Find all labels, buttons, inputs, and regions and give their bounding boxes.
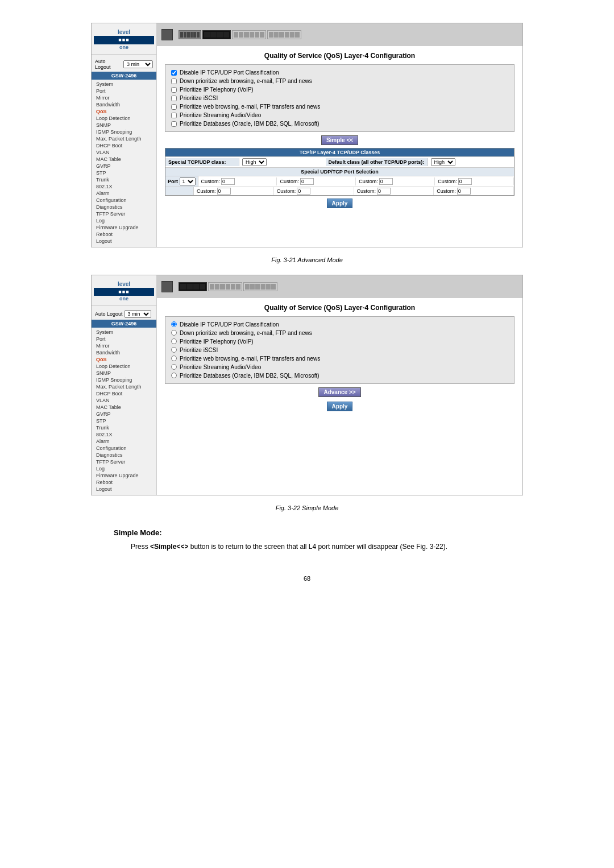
custom-input-8[interactable] <box>457 188 471 195</box>
sidebar-item-tftp[interactable]: TFTP Server <box>92 210 156 217</box>
sidebar2-vlan[interactable]: VLAN <box>92 397 156 404</box>
sidebar-item-port[interactable]: Port <box>92 88 156 94</box>
sidebar-item-igmp[interactable]: IGMP Snooping <box>92 129 156 135</box>
sidebar2-firmware[interactable]: Firmware Upgrade <box>92 472 156 479</box>
sidebar2-stp[interactable]: STP <box>92 418 156 424</box>
custom-field-4: Custom: <box>435 177 514 185</box>
auto-logout-select[interactable]: 3 min 5 min 10 min <box>123 60 153 68</box>
qos-checkbox-5[interactable] <box>171 104 177 110</box>
sidebar2-max-packet[interactable]: Max. Packet Length <box>92 383 156 390</box>
sidebar-item-firmware[interactable]: Firmware Upgrade <box>92 224 156 231</box>
qos-checkbox-6[interactable] <box>171 113 177 118</box>
sidebar2-igmp[interactable]: IGMP Snooping <box>92 377 156 383</box>
advance-button[interactable]: Advance >> <box>318 387 360 397</box>
apply-button-1[interactable]: Apply <box>327 199 353 208</box>
custom-input-4[interactable] <box>458 178 472 185</box>
sidebar2-alarm[interactable]: Alarm <box>92 438 156 445</box>
sidebar-item-gvrp[interactable]: GVRP <box>92 163 156 170</box>
qos-radio-7[interactable] <box>171 373 177 378</box>
auto-logout-simple[interactable]: Auto Logout 3 min 5 min <box>92 308 156 320</box>
sidebar2-diagnostics[interactable]: Diagnostics <box>92 452 156 458</box>
sidebar-item-alarm[interactable]: Alarm <box>92 190 156 197</box>
qos-checkbox-3[interactable] <box>171 87 177 93</box>
qos-radio-2[interactable] <box>171 330 177 336</box>
sidebar-item-snmp[interactable]: SNMP <box>92 122 156 129</box>
tcp-table: TCP/IP Layer-4 TCP/UDP Classes Special T… <box>165 148 515 196</box>
auto-logout-select-simple[interactable]: 3 min 5 min <box>125 310 151 318</box>
sidebar-item-reboot[interactable]: Reboot <box>92 231 156 238</box>
custom-input-5[interactable] <box>217 188 231 195</box>
simple-button[interactable]: Simple << <box>321 135 358 145</box>
sidebar2-mac-table[interactable]: MAC Table <box>92 404 156 411</box>
sidebar-item-8021x[interactable]: 802.1X <box>92 183 156 190</box>
sidebar-item-max-packet[interactable]: Max. Packet Length <box>92 135 156 142</box>
apply-button-2[interactable]: Apply <box>327 402 353 411</box>
sidebar2-snmp[interactable]: SNMP <box>92 370 156 377</box>
qos-option-5: Prioritize web browsing, e-mail, FTP tra… <box>171 102 508 111</box>
sidebar-item-log[interactable]: Log <box>92 217 156 224</box>
custom-field-2: Custom: <box>277 177 356 185</box>
sidebar2-bandwidth[interactable]: Bandwidth <box>92 349 156 356</box>
sidebar-item-vlan[interactable]: VLAN <box>92 149 156 156</box>
qos-options-simple: Disable IP TCP/UDP Port Classification D… <box>165 316 515 384</box>
sidebar2-trunk[interactable]: Trunk <box>92 424 156 431</box>
sidebar-item-logout[interactable]: Logout <box>92 238 156 245</box>
simple-option-3: Prioritize IP Telephony (VoIP) <box>171 337 508 346</box>
sidebar-item-configuration[interactable]: Configuration <box>92 197 156 204</box>
content-area-simple: Quality of Service (QoS) Layer-4 Configu… <box>157 298 522 420</box>
sidebar-item-qos[interactable]: QoS <box>92 108 156 115</box>
sidebar-item-bandwidth[interactable]: Bandwidth <box>92 101 156 108</box>
custom-input-1[interactable] <box>221 178 235 185</box>
qos-checkbox-7[interactable] <box>171 121 177 127</box>
fig21-caption: Fig. 3-21 Advanced Mode <box>271 257 343 263</box>
content-area-advanced: Quality of Service (QoS) Layer-4 Configu… <box>157 46 522 217</box>
sidebar2-reboot[interactable]: Reboot <box>92 479 156 486</box>
simple-option-2: Down prioritize web browsing, e-mail, FT… <box>171 329 508 337</box>
sidebar2-tftp[interactable]: TFTP Server <box>92 458 156 465</box>
sidebar2-gvrp[interactable]: GVRP <box>92 411 156 418</box>
custom-input-6[interactable] <box>297 188 310 195</box>
sidebar-item-dhcp-boot[interactable]: DHCP Boot <box>92 142 156 149</box>
sidebar-item-stp[interactable]: STP <box>92 170 156 176</box>
custom-input-7[interactable] <box>377 188 391 195</box>
sidebar2-logout[interactable]: Logout <box>92 486 156 493</box>
sidebar-item-mirror[interactable]: Mirror <box>92 94 156 101</box>
default-class-select[interactable]: High Low <box>431 158 455 166</box>
sidebar2-dhcp[interactable]: DHCP Boot <box>92 390 156 397</box>
port-selector: Port 123 <box>165 176 198 187</box>
sidebar2-log[interactable]: Log <box>92 465 156 472</box>
sidebar-item-mac-table[interactable]: MAC Table <box>92 156 156 163</box>
qos-radio-3[interactable] <box>171 338 177 344</box>
sidebar2-mirror[interactable]: Mirror <box>92 342 156 349</box>
top-bar-simple <box>157 275 522 298</box>
port-indicators <box>179 30 301 39</box>
qos-checkbox-1[interactable] <box>171 70 177 76</box>
qos-checkbox-4[interactable] <box>171 96 177 101</box>
gsw-title: GSW-2496 <box>92 72 156 80</box>
sidebar-item-diagnostics[interactable]: Diagnostics <box>92 204 156 210</box>
sidebar2-configuration[interactable]: Configuration <box>92 445 156 452</box>
port-select[interactable]: 123 <box>180 177 196 185</box>
qos-checkbox-2[interactable] <box>171 78 177 84</box>
sidebar-item-trunk[interactable]: Trunk <box>92 176 156 183</box>
sidebar2-system[interactable]: System <box>92 329 156 336</box>
sidebar2-qos[interactable]: QoS <box>92 356 156 363</box>
auto-logout[interactable]: Auto Logout 3 min 5 min 10 min <box>92 57 156 72</box>
custom-input-3[interactable] <box>379 178 393 185</box>
custom-input-2[interactable] <box>300 178 314 185</box>
special-tcp-select[interactable]: High Low <box>242 158 267 166</box>
sidebar2-8021x[interactable]: 802.1X <box>92 431 156 438</box>
simple-option-5: Prioritize web browsing, e-mail, FTP tra… <box>171 354 508 363</box>
sidebar-item-system[interactable]: System <box>92 81 156 88</box>
sidebar-advanced: level ■■■ one Auto Logout 3 min 5 min 10… <box>92 23 157 247</box>
qos-radio-5[interactable] <box>171 356 177 361</box>
sidebar-item-loop-detection[interactable]: Loop Detection <box>92 115 156 122</box>
sidebar2-loop[interactable]: Loop Detection <box>92 363 156 370</box>
special-tcp-label: Special TCP/UDP class: <box>165 158 239 166</box>
default-class-label: Default class (all other TCP/UDP ports): <box>326 158 428 166</box>
sidebar2-port[interactable]: Port <box>92 336 156 342</box>
qos-radio-6[interactable] <box>171 364 177 370</box>
advance-button-row: Advance >> <box>165 387 515 397</box>
qos-radio-4[interactable] <box>171 347 177 353</box>
qos-radio-1[interactable] <box>171 321 177 327</box>
